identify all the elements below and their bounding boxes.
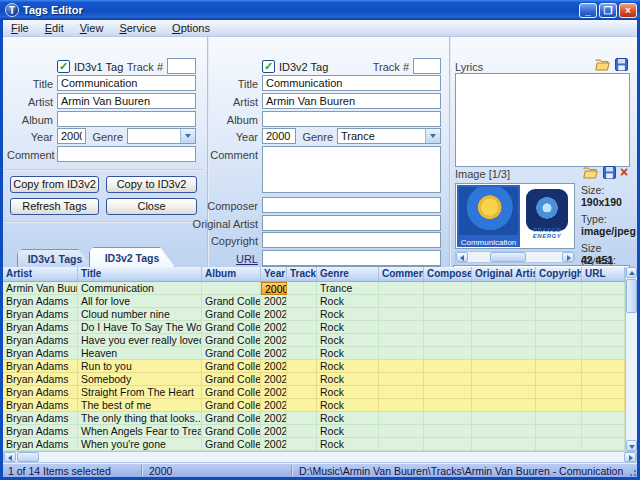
image-delete-icon[interactable]: × [620, 164, 635, 178]
table-row[interactable]: Bryan AdamsWhen Angels Fear to TreadGran… [3, 425, 625, 438]
cell-artist[interactable]: Bryan Adams [3, 412, 78, 425]
resize-grip[interactable] [626, 466, 636, 476]
cell-copyright[interactable] [536, 373, 582, 386]
cell-track[interactable] [287, 412, 317, 425]
cell-album[interactable]: Grand Collection [202, 373, 261, 386]
id3v1-title-input[interactable] [57, 75, 196, 91]
cell-artist[interactable]: Bryan Adams [3, 321, 78, 334]
table-row[interactable]: Bryan AdamsThe only thing that looks....… [3, 412, 625, 425]
column-header-composer[interactable]: Composer [424, 267, 472, 281]
cell-album[interactable]: Grand Collection [202, 425, 261, 438]
cell-year[interactable]: 2002 [261, 386, 287, 399]
cell-artist[interactable]: Bryan Adams [3, 347, 78, 360]
cell-album[interactable]: Grand Collection [202, 399, 261, 412]
menu-item[interactable]: Options [164, 21, 218, 35]
column-header-album[interactable]: Album [202, 267, 261, 281]
cell-track[interactable] [287, 399, 317, 412]
column-header-artist[interactable]: Artist [3, 267, 78, 281]
cell-year[interactable]: 2000 [261, 282, 287, 295]
cell-original_artist[interactable] [472, 373, 536, 386]
cell-url[interactable] [582, 412, 625, 425]
cell-genre[interactable]: Rock [317, 334, 379, 347]
cell-url[interactable] [582, 373, 625, 386]
image-save-icon[interactable] [603, 166, 618, 180]
cell-track[interactable] [287, 438, 317, 451]
cell-year[interactable]: 2002 [261, 308, 287, 321]
copy-to-id3v2-button[interactable]: Copy to ID3v2 [106, 176, 197, 193]
column-header-year[interactable]: Year [261, 267, 287, 281]
cell-artist[interactable]: Bryan Adams [3, 373, 78, 386]
close-button[interactable]: × [619, 3, 637, 18]
title-bar[interactable]: T Tags Editor _ ❐ × [0, 0, 640, 20]
cell-genre[interactable]: Rock [317, 360, 379, 373]
cell-year[interactable]: 2002 [261, 425, 287, 438]
cell-year[interactable]: 2002 [261, 373, 287, 386]
cell-composer[interactable] [424, 412, 472, 425]
cell-track[interactable] [287, 347, 317, 360]
cell-artist[interactable]: Bryan Adams [3, 334, 78, 347]
cell-track[interactable] [287, 360, 317, 373]
table-vertical-scrollbar[interactable] [625, 267, 637, 451]
cell-original_artist[interactable] [472, 334, 536, 347]
cell-copyright[interactable] [536, 321, 582, 334]
cell-album[interactable]: Grand Collection [202, 360, 261, 373]
cell-artist[interactable]: Bryan Adams [3, 308, 78, 321]
id3v2-original-artist-input[interactable] [262, 215, 441, 231]
cell-comment[interactable] [379, 334, 424, 347]
cell-title[interactable]: Run to you [78, 360, 202, 373]
cell-album[interactable]: Grand Collection [202, 438, 261, 451]
cell-original_artist[interactable] [472, 308, 536, 321]
id3v2-url-label[interactable]: URL [178, 253, 258, 265]
cell-comment[interactable] [379, 412, 424, 425]
cell-title[interactable]: All for love [78, 295, 202, 308]
column-header-url[interactable]: URL [582, 267, 625, 281]
cell-genre[interactable]: Rock [317, 373, 379, 386]
column-header-comment[interactable]: Comment [379, 267, 424, 281]
cell-genre[interactable]: Rock [317, 321, 379, 334]
cell-album[interactable]: Grand Collection [202, 295, 261, 308]
cell-composer[interactable] [424, 334, 472, 347]
id3v1-genre-select[interactable] [127, 128, 196, 144]
cell-composer[interactable] [424, 282, 472, 295]
cell-genre[interactable]: Rock [317, 399, 379, 412]
cell-year[interactable]: 2002 [261, 334, 287, 347]
chevron-down-icon[interactable] [425, 129, 440, 143]
cell-copyright[interactable] [536, 399, 582, 412]
id3v1-album-input[interactable] [57, 111, 196, 127]
cell-album[interactable]: Grand Collection [202, 321, 261, 334]
cell-artist[interactable]: Bryan Adams [3, 399, 78, 412]
table-row[interactable]: Bryan AdamsAll for loveGrand Collection2… [3, 295, 625, 308]
id3v2-comment-textarea[interactable] [262, 146, 441, 193]
id3v1-comment-input[interactable] [57, 146, 196, 162]
cell-year[interactable]: 2002 [261, 438, 287, 451]
cell-album[interactable] [202, 282, 261, 295]
cell-comment[interactable] [379, 347, 424, 360]
tab-id3v2-tags[interactable]: ID3v2 Tags [89, 247, 175, 267]
cell-copyright[interactable] [536, 360, 582, 373]
cell-composer[interactable] [424, 321, 472, 334]
maximize-button[interactable]: ❐ [599, 3, 617, 18]
minimize-button[interactable]: _ [579, 3, 597, 18]
cell-comment[interactable] [379, 425, 424, 438]
cell-track[interactable] [287, 308, 317, 321]
cell-genre[interactable]: Rock [317, 412, 379, 425]
cell-title[interactable]: Heaven [78, 347, 202, 360]
copy-from-id3v2-button[interactable]: Copy from ID3v2 [10, 176, 99, 193]
id3v2-composer-input[interactable] [262, 197, 441, 213]
cell-comment[interactable] [379, 321, 424, 334]
id3v2-copyright-input[interactable] [262, 232, 441, 248]
cell-original_artist[interactable] [472, 425, 536, 438]
cell-year[interactable]: 2002 [261, 295, 287, 308]
table-row[interactable]: Bryan AdamsThe best of meGrand Collectio… [3, 399, 625, 412]
cell-copyright[interactable] [536, 308, 582, 321]
menu-item[interactable]: File [3, 21, 37, 35]
cell-title[interactable]: The only thing that looks.... [78, 412, 202, 425]
cell-track[interactable] [287, 295, 317, 308]
cell-artist[interactable]: Bryan Adams [3, 386, 78, 399]
cell-comment[interactable] [379, 308, 424, 321]
cell-comment[interactable] [379, 282, 424, 295]
cell-composer[interactable] [424, 295, 472, 308]
cell-url[interactable] [582, 438, 625, 451]
id3v2-track-input[interactable] [413, 58, 441, 74]
menu-item[interactable]: View [72, 21, 112, 35]
